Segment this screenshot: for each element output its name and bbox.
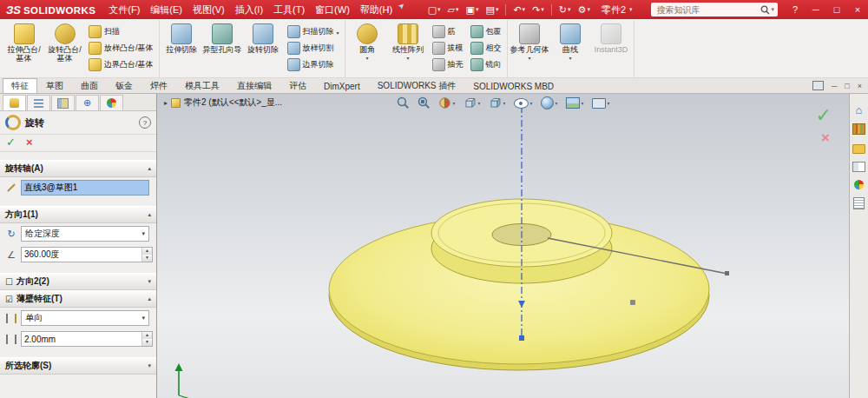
intersect-button[interactable]: 相交 <box>470 42 503 55</box>
close-button[interactable]: × <box>847 0 868 19</box>
minimize-button[interactable]: ─ <box>806 0 826 19</box>
tab-configuration-manager[interactable] <box>51 95 75 110</box>
breadcrumb[interactable]: ▸ 零件2 (默认<<默认>_显... <box>164 96 282 109</box>
axis-selection-box[interactable]: 直线3@草图1 <box>21 180 149 196</box>
options-button[interactable]: ⚙▾ <box>575 2 593 17</box>
tab-weldments[interactable]: 焊件 <box>141 78 176 93</box>
rebuild-button[interactable]: ↻▾ <box>556 2 574 17</box>
revolved-cut-button[interactable]: 旋转切除 <box>243 21 284 77</box>
tab-feature-manager[interactable] <box>27 95 50 110</box>
redo-button[interactable]: ↷▾ <box>529 2 547 17</box>
restore-button[interactable]: □ <box>826 0 847 19</box>
boundary-boss-button[interactable]: 边界凸台/基体 <box>88 58 155 71</box>
revolve-direction-icon[interactable]: ↻ <box>5 228 17 240</box>
tab-dimxpert[interactable]: DimXpert <box>315 78 369 93</box>
lofted-cut-button[interactable]: 放样切割 <box>286 42 340 55</box>
lofted-boss-button[interactable]: 放样凸台/基体 <box>88 42 155 55</box>
extruded-cut-button[interactable]: 拉伸切除 <box>161 21 202 77</box>
view-settings-button[interactable]: ▾ <box>591 97 611 109</box>
tab-mold-tools[interactable]: 模具工具 <box>176 78 228 93</box>
hole-wizard-button[interactable]: 异型孔向导 <box>202 21 243 77</box>
edit-appearance-button[interactable]: ▾ <box>540 96 559 110</box>
extruded-boss-button[interactable]: 拉伸凸台/基体 <box>3 21 44 77</box>
display-style-button[interactable]: ▾ <box>487 96 506 110</box>
rib-button[interactable]: 筋 <box>431 25 464 38</box>
zoom-area-button[interactable] <box>416 96 431 110</box>
menu-view[interactable]: 视图(V) <box>187 0 230 19</box>
direction1-section-header[interactable]: 方向1(1) ▴ <box>0 206 156 223</box>
boundary-cut-button[interactable]: 边界切除 <box>286 58 340 71</box>
curves-button[interactable]: 曲线 ▾ <box>550 21 591 77</box>
search-icon[interactable] <box>760 5 770 15</box>
tab-evaluate[interactable]: 评估 <box>280 78 315 93</box>
breadcrumb-text[interactable]: 零件2 (默认<<默认>_显... <box>184 96 282 109</box>
menu-insert[interactable]: 插入(I) <box>230 0 268 19</box>
instant3d-button[interactable]: Instant3D <box>591 21 632 77</box>
linear-pattern-button[interactable]: 线性阵列 ▾ <box>388 21 429 77</box>
resources-home-button[interactable]: ⌂ <box>856 104 863 116</box>
custom-properties-button[interactable] <box>853 197 865 209</box>
print-button[interactable]: ▤▾ <box>483 2 501 17</box>
hide-show-items-button[interactable]: ▾ <box>512 97 533 109</box>
thin-feature-section-header[interactable]: ☑ 薄壁特征(T) ▴ <box>0 290 156 308</box>
apply-scene-button[interactable]: ▾ <box>565 96 585 109</box>
spin-up-button[interactable]: ▲ <box>142 248 152 255</box>
tab-property-manager[interactable] <box>3 95 26 110</box>
revolved-boss-button[interactable]: 旋转凸台/基体 <box>44 21 85 77</box>
contours-section-header[interactable]: 所选轮廓(S) ▾ <box>0 357 156 375</box>
tab-display-manager[interactable] <box>100 95 123 110</box>
tab-solidworks-addins[interactable]: SOLIDWORKS 插件 <box>369 78 465 93</box>
view-palette-button[interactable] <box>852 162 865 172</box>
doc-restore-button[interactable]: □ <box>845 82 849 90</box>
view-orientation-button[interactable]: ▾ <box>462 96 481 110</box>
wrap-button[interactable]: 包覆 <box>470 25 503 38</box>
tab-dimxpert-manager[interactable]: ⊕ <box>76 95 99 110</box>
tab-solidworks-mbd[interactable]: SOLIDWORKS MBD <box>464 78 562 93</box>
angle-input[interactable] <box>22 248 141 262</box>
direction2-checkbox[interactable]: ☐ <box>5 277 13 287</box>
zoom-fit-button[interactable] <box>395 96 410 110</box>
appearances-scenes-button[interactable] <box>854 180 864 189</box>
search-input[interactable] <box>654 4 760 16</box>
mirror-button[interactable]: 镜向 <box>470 58 503 71</box>
search-caret-icon[interactable]: ▾ <box>771 6 774 13</box>
breadcrumb-arrow-icon[interactable]: ▸ <box>164 99 168 107</box>
sketch-point-marker[interactable] <box>630 300 635 305</box>
document-title[interactable]: 零件2 ▾ <box>602 3 633 17</box>
undo-button[interactable]: ↶▾ <box>510 2 528 17</box>
sketch-endpoint-marker[interactable] <box>725 271 729 275</box>
new-document-button[interactable]: ▢▾ <box>425 2 444 17</box>
confirm-cancel-button[interactable]: × <box>821 129 830 147</box>
save-button[interactable]: ▣▾ <box>464 2 482 17</box>
shell-button[interactable]: 抽壳 <box>431 58 464 71</box>
thin-feature-checkbox[interactable]: ☑ <box>5 295 13 304</box>
axis-bottom-handle[interactable] <box>519 335 524 341</box>
menu-edit[interactable]: 编辑(E) <box>145 0 187 19</box>
reference-geometry-button[interactable]: 参考几何体 ▾ <box>510 21 550 77</box>
menu-tools[interactable]: 工具(T) <box>268 0 310 19</box>
axis-selected-item[interactable]: 直线3@草图1 <box>22 181 148 195</box>
thickness-input[interactable] <box>22 332 141 346</box>
tab-sheet-metal[interactable]: 钣金 <box>107 78 141 93</box>
section-view-button[interactable]: ▾ <box>437 96 456 110</box>
menu-window[interactable]: 窗口(W) <box>310 0 355 19</box>
cancel-button[interactable]: × <box>26 136 33 149</box>
doc-minimize-button[interactable]: ─ <box>832 82 837 90</box>
menu-file[interactable]: 文件(F) <box>103 0 145 19</box>
help-icon[interactable]: ? <box>139 116 151 129</box>
file-explorer-button[interactable] <box>852 144 865 154</box>
design-library-button[interactable] <box>852 123 865 135</box>
menu-help[interactable]: 帮助(H) <box>355 0 398 19</box>
end-condition-dropdown[interactable]: 给定深度 ▾ <box>21 226 149 242</box>
graphics-viewport[interactable]: ▸ 零件2 (默认<<默认>_显... ▾ ▾ <box>157 94 849 398</box>
doc-close-button[interactable]: × <box>858 82 862 90</box>
help-button[interactable]: ? <box>785 0 806 19</box>
open-document-button[interactable]: ▱▾ <box>445 2 462 17</box>
fillet-button[interactable]: 圆角 ▾ <box>347 21 388 77</box>
tab-direct-editing[interactable]: 直接编辑 <box>228 78 280 93</box>
draft-button[interactable]: 拔模 <box>431 42 464 55</box>
ok-button[interactable]: ✓ <box>6 136 16 149</box>
confirm-ok-button[interactable]: ✓ <box>816 104 832 127</box>
thin-type-dropdown[interactable]: 单向 ▾ <box>21 310 149 326</box>
spin-down-button[interactable]: ▼ <box>142 255 152 262</box>
